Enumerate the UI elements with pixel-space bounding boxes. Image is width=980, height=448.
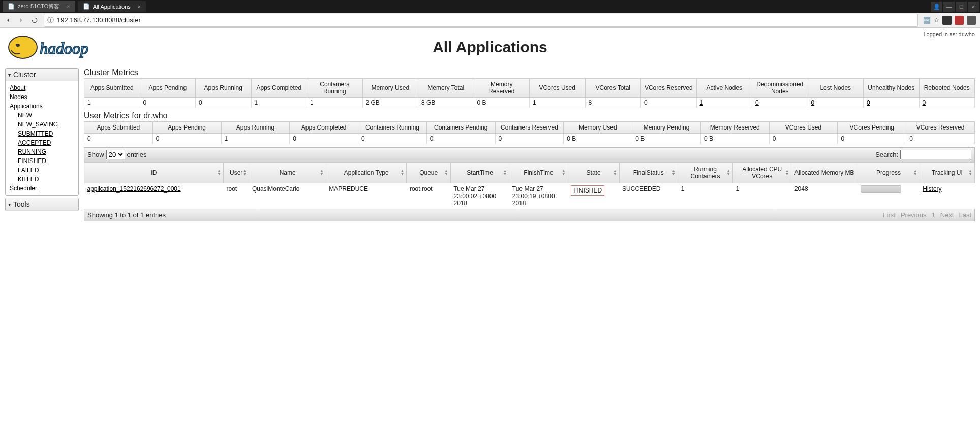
- back-icon[interactable]: [4, 16, 12, 24]
- sidebar-item-about[interactable]: About: [10, 83, 74, 92]
- browser-tab-strip: 📄 zero-51CTO博客 × 📄 All Applications × 👤 …: [0, 0, 980, 13]
- info-icon[interactable]: ⓘ: [47, 16, 54, 25]
- pager-info: Showing 1 to 1 of 1 entries: [87, 211, 166, 219]
- sidebar-section-cluster[interactable]: Cluster: [6, 69, 78, 81]
- close-button[interactable]: ×: [968, 2, 979, 12]
- browser-toolbar: ⓘ 192.168.77.130:8088/cluster 🔤 ☆: [0, 13, 980, 28]
- sidebar-section-tools[interactable]: Tools: [6, 198, 78, 211]
- sidebar-item-new[interactable]: NEW: [18, 111, 74, 120]
- address-bar[interactable]: ⓘ 192.168.77.130:8088/cluster: [44, 14, 918, 27]
- col-header[interactable]: Tracking UI▲▼: [920, 163, 974, 183]
- sort-icon[interactable]: ▲▼: [726, 170, 730, 176]
- user-icon[interactable]: 👤: [931, 2, 942, 12]
- col-header[interactable]: FinalStatus▲▼: [619, 163, 678, 183]
- sort-icon[interactable]: ▲▼: [671, 170, 676, 176]
- pager-last[interactable]: Last: [959, 211, 971, 219]
- maximize-button[interactable]: □: [956, 2, 967, 12]
- sort-icon[interactable]: ▲▼: [785, 170, 789, 176]
- metric-link[interactable]: 0: [811, 99, 815, 106]
- col-header: Apps Running: [196, 79, 252, 98]
- sidebar-item-new_saving[interactable]: NEW_SAVING: [18, 120, 74, 129]
- star-icon[interactable]: ☆: [934, 17, 939, 24]
- sort-icon[interactable]: ▲▼: [243, 170, 247, 176]
- pager-prev[interactable]: Previous: [901, 211, 927, 219]
- forward-icon[interactable]: [17, 16, 25, 24]
- sidebar-item-applications[interactable]: Applications: [10, 102, 74, 111]
- col-header: Memory Total: [418, 79, 474, 98]
- entries-select[interactable]: 20: [106, 150, 125, 159]
- user-metrics-title: User Metrics for dr.who: [84, 111, 975, 120]
- sort-icon[interactable]: ▲▼: [503, 170, 507, 176]
- col-header: Memory Reserved: [474, 79, 530, 98]
- sort-icon[interactable]: ▲▼: [401, 170, 405, 176]
- pager-page[interactable]: 1: [931, 211, 935, 219]
- sort-icon[interactable]: ▲▼: [444, 170, 448, 176]
- sidebar-item-submitted[interactable]: SUBMITTED: [18, 129, 74, 138]
- cell-state: FINISHED: [568, 183, 619, 209]
- search-label: Search:: [875, 151, 898, 158]
- col-header[interactable]: Allocated Memory MB▲▼: [791, 163, 858, 183]
- extension-icon[interactable]: [967, 16, 976, 25]
- cell-user: root: [223, 183, 249, 209]
- cell-mem: 2048: [791, 183, 858, 209]
- col-header[interactable]: State▲▼: [568, 163, 619, 183]
- metric-cell: 0 B: [700, 134, 769, 144]
- col-header[interactable]: User▲▼: [223, 163, 249, 183]
- metric-link[interactable]: 0: [867, 99, 870, 106]
- col-header[interactable]: ID▲▼: [84, 163, 224, 183]
- tab-title: zero-51CTO博客: [18, 3, 59, 10]
- cell-queue: root.root: [407, 183, 451, 209]
- pager-next[interactable]: Next: [940, 211, 954, 219]
- sidebar-item-nodes[interactable]: Nodes: [10, 92, 74, 102]
- search-input[interactable]: [900, 150, 971, 159]
- metric-cell: 0: [641, 98, 697, 108]
- col-header: VCores Used: [769, 122, 838, 134]
- pager-first[interactable]: First: [883, 211, 896, 219]
- close-icon[interactable]: ×: [67, 4, 70, 10]
- show-label: Show: [87, 151, 104, 158]
- sidebar-item-running[interactable]: RUNNING: [18, 147, 74, 156]
- sort-icon[interactable]: ▲▼: [217, 170, 221, 176]
- col-header[interactable]: Name▲▼: [249, 163, 326, 183]
- tracking-link[interactable]: History: [923, 185, 941, 193]
- minimize-button[interactable]: —: [943, 2, 955, 12]
- sort-icon[interactable]: ▲▼: [968, 170, 972, 176]
- col-header: Lost Nodes: [808, 79, 864, 98]
- main-content: Cluster Metrics Apps SubmittedApps Pendi…: [84, 68, 975, 221]
- metric-cell: 0 B: [564, 134, 632, 144]
- sidebar-item-finished[interactable]: FINISHED: [18, 156, 74, 166]
- extension-icon[interactable]: [942, 16, 952, 25]
- col-header[interactable]: Progress▲▼: [858, 163, 920, 183]
- sidebar-item-failed[interactable]: FAILED: [18, 166, 74, 175]
- sort-icon[interactable]: ▲▼: [613, 170, 617, 176]
- col-header[interactable]: StartTime▲▼: [450, 163, 509, 183]
- col-header: Apps Submitted: [84, 79, 140, 98]
- metric-link[interactable]: 0: [755, 99, 759, 106]
- metric-cell: 0: [864, 98, 920, 108]
- sidebar-item-killed[interactable]: KILLED: [18, 175, 74, 184]
- col-header[interactable]: Running Containers▲▼: [678, 163, 732, 183]
- col-header[interactable]: Allocated CPU VCores▲▼: [733, 163, 791, 183]
- col-header: VCores Pending: [838, 122, 906, 134]
- sidebar-item-accepted[interactable]: ACCEPTED: [18, 138, 74, 147]
- browser-tab-1[interactable]: 📄 zero-51CTO博客 ×: [3, 1, 75, 12]
- sort-icon[interactable]: ▲▼: [913, 170, 917, 176]
- sort-icon[interactable]: ▲▼: [562, 170, 566, 176]
- metric-link[interactable]: 1: [700, 99, 703, 106]
- extension-icon[interactable]: [955, 16, 964, 25]
- sort-icon[interactable]: ▲▼: [851, 170, 855, 176]
- close-icon[interactable]: ×: [138, 4, 141, 10]
- metric-link[interactable]: 0: [923, 99, 926, 106]
- application-id-link[interactable]: application_1522162696272_0001: [87, 185, 181, 193]
- col-header[interactable]: FinishTime▲▼: [509, 163, 568, 183]
- metric-cell: 2 GB: [362, 98, 418, 108]
- sort-icon[interactable]: ▲▼: [320, 170, 324, 176]
- translate-icon[interactable]: 🔤: [923, 17, 931, 24]
- page-header: Logged in as: dr.who hadoop All Applicat…: [0, 28, 980, 66]
- metric-cell: 8: [585, 98, 641, 108]
- col-header[interactable]: Application Type▲▼: [326, 163, 407, 183]
- browser-tab-2[interactable]: 📄 All Applications ×: [78, 1, 146, 12]
- reload-icon[interactable]: [30, 16, 39, 24]
- col-header[interactable]: Queue▲▼: [407, 163, 451, 183]
- sidebar-item-scheduler[interactable]: Scheduler: [10, 184, 74, 193]
